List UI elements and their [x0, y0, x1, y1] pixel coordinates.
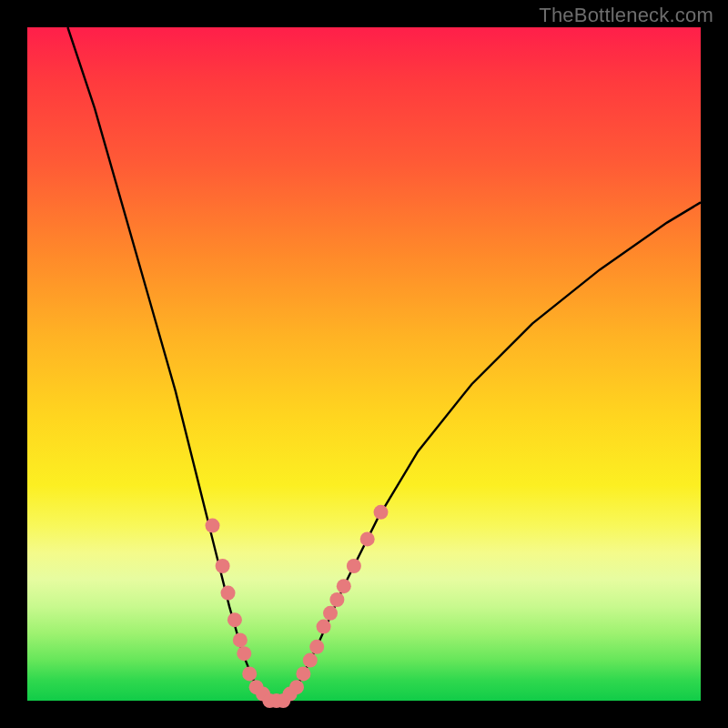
marker-dot [221, 586, 236, 601]
bottleneck-curve [67, 27, 701, 701]
marker-dot [228, 612, 242, 627]
marker-dot [296, 666, 310, 681]
marker-dot [309, 640, 324, 654]
marker-dot [237, 646, 251, 661]
watermark-text: TheBottleneck.com [539, 4, 713, 27]
marker-dot [289, 680, 304, 694]
marker-dot-layer [206, 505, 389, 708]
marker-dot [329, 592, 344, 607]
marker-dot [360, 531, 375, 546]
chart-stage: TheBottleneck.com [0, 0, 728, 728]
marker-dot [303, 653, 318, 668]
marker-dot [337, 579, 351, 593]
marker-dot [347, 559, 361, 573]
marker-dot [233, 632, 248, 647]
marker-dot [317, 620, 331, 634]
marker-dot [242, 666, 257, 681]
marker-dot [323, 606, 338, 621]
marker-dot [374, 505, 389, 520]
plot-area [27, 27, 701, 701]
chart-svg [27, 27, 701, 701]
marker-dot [216, 559, 230, 573]
marker-dot [206, 519, 220, 533]
